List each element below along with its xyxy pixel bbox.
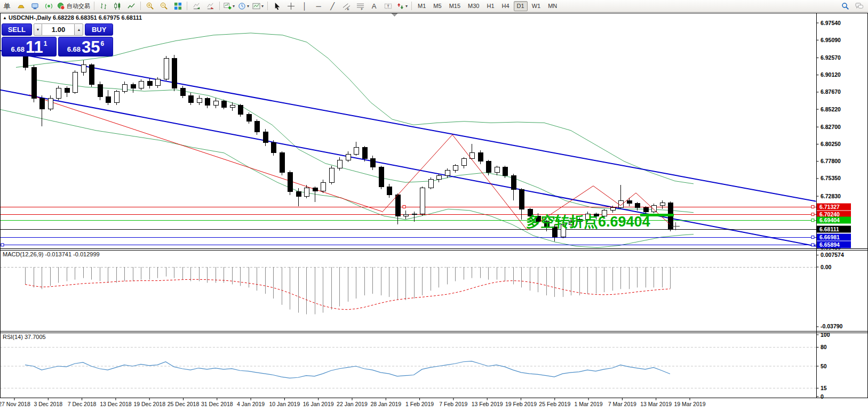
symbol-period-label: USDCNH-,Daily — [9, 14, 51, 21]
svg-text:6.95090: 6.95090 — [821, 37, 841, 43]
svg-text:F: F — [361, 6, 363, 10]
svg-text:6.77800: 6.77800 — [821, 158, 841, 164]
bid-price-button[interactable]: 6.68 11 1 — [2, 37, 57, 56]
tile-windows-icon[interactable] — [171, 1, 185, 11]
one-click-trading-panel: SELL ▼ ▲ BUY 6.68 11 1 6.68 35 6 — [2, 23, 113, 56]
svg-text:T: T — [387, 4, 389, 9]
chevron-down-icon: ▾ — [247, 4, 249, 9]
svg-text:6.68111: 6.68111 — [819, 226, 839, 232]
macd-indicator-label: MACD(12,26,9) -0.013741 -0.012999 — [3, 251, 100, 257]
volume-increase-button[interactable]: ▲ — [74, 23, 83, 36]
tf-D1[interactable]: D1 — [514, 1, 528, 11]
autotrading-button[interactable]: 自动交易 — [55, 1, 92, 11]
svg-text:80: 80 — [821, 344, 827, 350]
trendline-tool[interactable]: ╱ — [325, 1, 339, 11]
svg-text:7 Feb 2019: 7 Feb 2019 — [439, 401, 467, 407]
line-chart-icon[interactable] — [124, 1, 138, 11]
new-chart-button[interactable]: ▾ — [222, 1, 236, 11]
svg-text:0.00: 0.00 — [821, 264, 832, 270]
svg-text:7 Dec 2018: 7 Dec 2018 — [68, 401, 97, 407]
chart-title: ▲USDCNH-,Daily 6.68228 6.68351 6.67975 6… — [3, 14, 142, 21]
chart-canvas[interactable]: 6.975406.950906.925706.901206.876706.852… — [0, 0, 868, 412]
tf-W1[interactable]: W1 — [529, 1, 544, 11]
svg-text:50: 50 — [821, 363, 827, 369]
ask-price-button[interactable]: 6.68 35 6 — [58, 37, 113, 56]
crosshair-tool[interactable] — [284, 1, 298, 11]
signals-icon[interactable] — [42, 1, 55, 11]
svg-text:16 Jan 2019: 16 Jan 2019 — [303, 401, 334, 407]
buy-button[interactable]: BUY — [85, 23, 113, 36]
svg-text:1 Feb 2019: 1 Feb 2019 — [405, 401, 434, 407]
chat-icon[interactable] — [852, 1, 866, 11]
text-tool[interactable]: A — [367, 1, 381, 11]
svg-text:13 Feb 2019: 13 Feb 2019 — [472, 401, 503, 407]
svg-text:100: 100 — [821, 332, 830, 338]
channel-tool[interactable]: E — [339, 1, 353, 11]
svg-text:1 Mar 2019: 1 Mar 2019 — [575, 401, 603, 407]
tf-M30[interactable]: M30 — [465, 1, 482, 11]
toolbar-separator — [219, 2, 220, 10]
svg-text:3 Dec 2018: 3 Dec 2018 — [34, 401, 62, 407]
ask-pip-digit: 6 — [101, 40, 105, 47]
candlestick-chart-icon[interactable] — [110, 1, 124, 11]
gold-icon[interactable] — [14, 1, 28, 11]
tf-H4[interactable]: H4 — [499, 1, 513, 11]
svg-text:7 Mar 2019: 7 Mar 2019 — [608, 401, 636, 407]
ohlc-values: 6.68228 6.68351 6.67975 6.68111 — [53, 14, 142, 21]
volume-decrease-button[interactable]: ▼ — [34, 23, 43, 36]
svg-text:6.80250: 6.80250 — [821, 141, 841, 147]
bar-chart-icon[interactable] — [97, 1, 110, 11]
fibo-tool[interactable]: F — [353, 1, 367, 11]
label-tool[interactable]: T — [381, 1, 395, 11]
search-icon[interactable] — [838, 1, 852, 11]
svg-text:6.90120: 6.90120 — [821, 71, 841, 78]
tf-M15[interactable]: M15 — [446, 1, 464, 11]
tf-M5[interactable]: M5 — [430, 1, 444, 11]
tf-H1[interactable]: H1 — [483, 1, 497, 11]
toolbar-separator — [94, 2, 94, 10]
svg-text:6.66981: 6.66981 — [819, 234, 840, 240]
svg-text:25 Dec 2018: 25 Dec 2018 — [168, 401, 200, 407]
toolbar-separator — [187, 2, 187, 10]
hline-tool[interactable]: ─ — [312, 1, 325, 11]
svg-text:25 Feb 2019: 25 Feb 2019 — [539, 401, 570, 407]
periods-button[interactable]: ▾ — [236, 1, 251, 11]
svg-text:0.007574: 0.007574 — [821, 252, 844, 258]
chart-text-annotation[interactable]: 多空转折点6.69404 — [526, 212, 650, 231]
terminal-icon[interactable] — [28, 1, 42, 11]
toolbar: 单自动交易▾▾▾│─╱EFAT▾M1M5M15M30H1H4D1W1MN — [0, 0, 868, 12]
svg-text:13 Dec 2018: 13 Dec 2018 — [100, 401, 132, 407]
svg-text:22 Jan 2019: 22 Jan 2019 — [337, 401, 368, 407]
collapse-icon[interactable]: ▲ — [3, 15, 7, 20]
toolbar-separator — [140, 2, 141, 10]
zoom-out-icon[interactable] — [157, 1, 171, 11]
svg-text:-0.03790: -0.03790 — [821, 323, 843, 329]
bid-prefix: 6.68 — [11, 45, 25, 53]
svg-text:6.87670: 6.87670 — [821, 88, 841, 95]
new-order-button[interactable]: 单 — [0, 1, 14, 11]
volume-input[interactable] — [42, 23, 74, 36]
chart-shift-icon[interactable] — [203, 1, 217, 11]
templates-button[interactable]: ▾ — [251, 1, 265, 11]
auto-scroll-icon[interactable] — [189, 1, 203, 11]
cursor-tool[interactable] — [270, 1, 284, 11]
ask-big-figure: 35 — [82, 40, 100, 55]
svg-text:31 Dec 2018: 31 Dec 2018 — [201, 401, 233, 407]
svg-text:28 Jan 2019: 28 Jan 2019 — [370, 401, 401, 407]
svg-text:15: 15 — [821, 385, 827, 391]
svg-text:27 Nov 2018: 27 Nov 2018 — [0, 401, 30, 407]
tf-MN[interactable]: MN — [545, 1, 560, 11]
rsi-indicator-label: RSI(14) 37.7005 — [3, 334, 46, 340]
svg-text:6.75350: 6.75350 — [821, 175, 841, 181]
zoom-in-icon[interactable] — [143, 1, 157, 11]
toolbar-separator — [411, 2, 412, 10]
svg-text:6.71327: 6.71327 — [819, 204, 840, 210]
bid-big-figure: 11 — [26, 40, 43, 55]
tf-M1[interactable]: M1 — [415, 1, 429, 11]
sell-button[interactable]: SELL — [2, 23, 32, 36]
svg-text:19 Feb 2019: 19 Feb 2019 — [505, 401, 537, 407]
arrows-tool[interactable]: ▾ — [395, 1, 409, 11]
vline-tool[interactable]: │ — [298, 1, 312, 11]
mt4-window: 单自动交易▾▾▾│─╱EFAT▾M1M5M15M30H1H4D1W1MN 6.9… — [0, 0, 868, 412]
svg-text:19 Mar 2019: 19 Mar 2019 — [674, 401, 706, 407]
